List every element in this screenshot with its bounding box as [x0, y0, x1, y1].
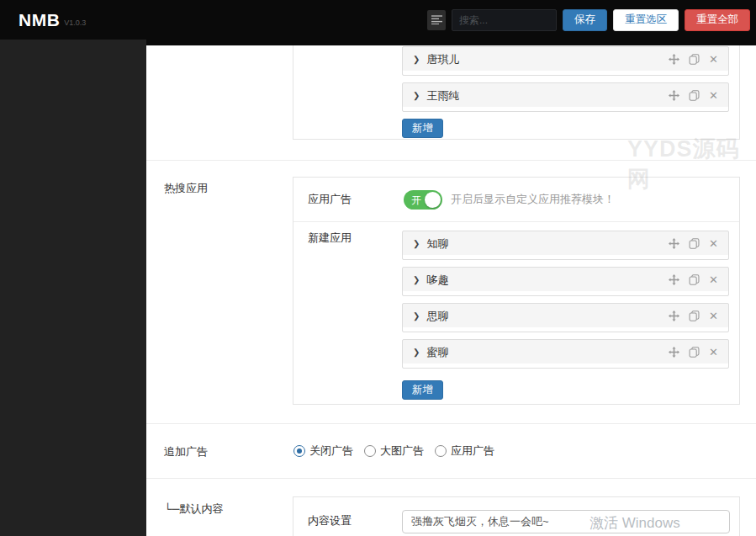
move-icon[interactable] — [669, 310, 679, 321]
copy-icon[interactable] — [689, 310, 700, 321]
append-ad-radio[interactable]: 大图广告 — [364, 443, 424, 459]
copy-icon[interactable] — [689, 238, 700, 249]
app-logo: NMB — [19, 10, 60, 30]
app-ad-row: 应用广告 开 开启后显示自定义应用推荐模块！ — [293, 178, 739, 222]
top-header: NMB V1.0.3 保存 重置选区 重置全部 — [0, 0, 756, 40]
header-shadow-strip — [146, 40, 756, 45]
radio-label: 大图广告 — [380, 443, 424, 459]
toggle-knob — [425, 192, 441, 208]
section-label-append-ad: 追加广告 — [164, 444, 208, 459]
add-app-button[interactable]: 新增 — [402, 380, 443, 400]
append-ad-radio-group: 关闭广告 大图广告 应用广告 — [293, 443, 494, 459]
reset-selection-button[interactable]: 重置选区 — [613, 9, 679, 31]
app-version: V1.0.3 — [64, 19, 86, 27]
accordion-item-model[interactable]: ❯ 王雨纯 ✕ — [402, 82, 729, 112]
add-model-button[interactable]: 新增 — [402, 119, 443, 138]
section-label-default-content: └─默认内容 — [164, 502, 223, 517]
append-ad-radio[interactable]: 应用广告 — [435, 443, 494, 459]
model-list-panel: ❯ 唐琪儿 ✕ ❯ 王雨纯 — [293, 45, 740, 140]
app-ad-label: 应用广告 — [308, 192, 404, 207]
append-ad-radio[interactable]: 关闭广告 — [293, 443, 353, 459]
new-app-label: 新建应用 — [308, 231, 352, 246]
accordion-item-label: 知聊 — [426, 236, 448, 252]
menu-toggle-button[interactable] — [427, 10, 446, 30]
accordion-item-app[interactable]: ❯ 哆趣 ✕ — [402, 267, 729, 296]
close-icon[interactable]: ✕ — [709, 90, 718, 101]
radio-icon — [364, 445, 376, 457]
section-divider — [146, 423, 756, 424]
close-icon[interactable]: ✕ — [709, 238, 718, 249]
radio-icon — [435, 445, 447, 457]
reset-all-button[interactable]: 重置全部 — [685, 9, 750, 31]
move-icon[interactable] — [669, 274, 679, 285]
move-icon[interactable] — [669, 54, 679, 65]
accordion-item-label: 哆趣 — [426, 273, 448, 288]
search-input[interactable] — [452, 9, 557, 31]
new-app-row: 新建应用 ❯ 知聊 ✕ — [293, 222, 739, 405]
content-setting-input[interactable] — [402, 510, 730, 533]
close-icon[interactable]: ✕ — [709, 274, 718, 285]
accordion-item-app[interactable]: ❯ 知聊 ✕ — [402, 231, 729, 260]
content-setting-label: 内容设置 — [308, 513, 352, 528]
accordion-item-label: 蜜聊 — [426, 345, 448, 360]
chevron-right-icon: ❯ — [413, 348, 420, 357]
close-icon[interactable]: ✕ — [709, 347, 718, 358]
copy-icon[interactable] — [689, 347, 700, 358]
save-button[interactable]: 保存 — [563, 9, 607, 31]
accordion-item-model[interactable]: ❯ 唐琪儿 ✕ — [402, 46, 729, 76]
accordion-item-label: 唐琪儿 — [426, 52, 459, 67]
copy-icon[interactable] — [689, 90, 700, 101]
main-content: ❯ 唐琪儿 ✕ ❯ 王雨纯 — [146, 40, 756, 536]
accordion-item-label: 王雨纯 — [426, 88, 459, 103]
app-ad-toggle[interactable]: 开 — [404, 190, 442, 210]
chevron-right-icon: ❯ — [413, 55, 420, 64]
section-label-hot-apps: 热搜应用 — [164, 181, 208, 196]
accordion-item-app[interactable]: ❯ 思聊 ✕ — [402, 303, 729, 332]
sidebar — [0, 40, 146, 536]
accordion-item-label: 思聊 — [426, 309, 448, 324]
section-divider — [146, 160, 756, 161]
close-icon[interactable]: ✕ — [709, 310, 718, 321]
section-divider — [146, 478, 756, 479]
close-icon[interactable]: ✕ — [709, 54, 718, 65]
toggle-on-label: 开 — [411, 194, 421, 208]
copy-icon[interactable] — [689, 274, 700, 285]
chevron-right-icon: ❯ — [413, 239, 420, 248]
move-icon[interactable] — [669, 347, 679, 358]
chevron-right-icon: ❯ — [413, 275, 420, 284]
hot-apps-panel: 应用广告 开 开启后显示自定义应用推荐模块！ 新建应用 ❯ 知聊 — [293, 177, 740, 405]
accordion-item-app[interactable]: ❯ 蜜聊 ✕ — [402, 339, 729, 369]
default-content-panel: 内容设置 — [293, 496, 740, 536]
menu-icon — [431, 15, 442, 24]
move-icon[interactable] — [669, 238, 679, 249]
header-actions: 保存 重置选区 重置全部 — [427, 9, 750, 31]
radio-icon — [293, 445, 305, 457]
app-ad-hint: 开启后显示自定义应用推荐模块！ — [451, 192, 615, 207]
move-icon[interactable] — [669, 90, 679, 101]
radio-label: 关闭广告 — [309, 443, 353, 459]
chevron-right-icon: ❯ — [413, 311, 420, 321]
copy-icon[interactable] — [689, 54, 700, 65]
radio-label: 应用广告 — [451, 443, 494, 459]
content-setting-row: 内容设置 — [293, 497, 739, 536]
chevron-right-icon: ❯ — [413, 91, 420, 100]
